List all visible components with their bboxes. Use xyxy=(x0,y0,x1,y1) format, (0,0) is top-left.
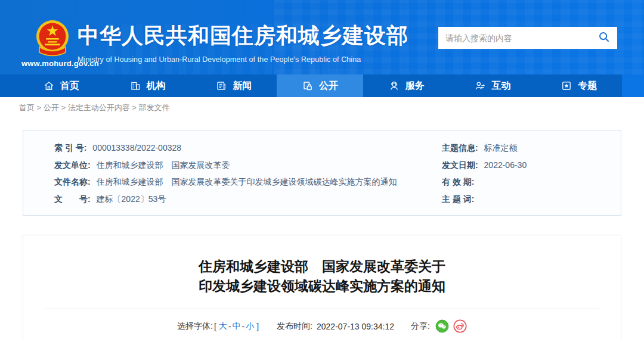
font-size-selector: 选择字体: [ 大 - 中 - 小 ] xyxy=(177,321,260,332)
nav-label: 专题 xyxy=(578,80,597,92)
weibo-share-icon[interactable] xyxy=(453,319,467,333)
meta-value: 标准定额 xyxy=(484,143,518,153)
font-size-medium-link[interactable]: 中 xyxy=(233,321,241,332)
meta-label: 有 效 期: xyxy=(442,177,474,186)
site-title-english: Ministry of Housing and Urban-Rural Deve… xyxy=(78,55,408,64)
publish-time-label: 发布时间: xyxy=(277,321,312,332)
meta-row-document-number: 文 号: 建标〔2022〕53号 xyxy=(54,194,418,212)
article-title-line1: 住房和城乡建设部 国家发展改革委关于 xyxy=(23,257,621,276)
title-divider xyxy=(45,309,599,309)
nav-item-news[interactable]: 新闻 xyxy=(190,74,277,97)
meta-label: 索 引 号: xyxy=(54,143,86,153)
article-title-line2: 印发城乡建设领域碳达峰实施方案的通知 xyxy=(23,276,621,296)
site-title-chinese: 中华人民共和国住房和城乡建设部 xyxy=(78,21,408,51)
share-group: 分享: xyxy=(411,319,467,333)
newspaper-icon xyxy=(215,80,227,92)
building-icon xyxy=(129,80,141,92)
meta-value: 住房和城乡建设部 国家发展改革委关于印发城乡建设领域碳达峰实施方案的通知 xyxy=(97,177,397,186)
meta-value: 2022-06-30 xyxy=(484,160,527,170)
search-box xyxy=(438,27,617,49)
article-meta-bar: 选择字体: [ 大 - 中 - 小 ] 发布时间: 2022-07-13 09:… xyxy=(23,319,621,333)
font-select-label: 选择字体: xyxy=(177,321,213,332)
meta-value: 000013338/2022-00328 xyxy=(92,143,181,153)
service-agent-icon xyxy=(388,80,400,92)
publish-time-value: 2022-07-13 09:34:12 xyxy=(317,322,394,331)
font-size-large-link[interactable]: 大 xyxy=(219,321,227,332)
search-button[interactable] xyxy=(598,31,610,45)
main-navigation: 首页 机构 新闻 xyxy=(0,74,622,97)
meta-label: 文 号: xyxy=(54,194,91,204)
meta-label: 主题信息: xyxy=(442,143,478,153)
meta-row-keywords: 主 题 词: xyxy=(442,194,621,212)
meta-label: 发文日期: xyxy=(442,160,478,170)
bracket: ] xyxy=(256,322,259,331)
nav-item-topics[interactable]: 专题 xyxy=(535,74,622,97)
search-icon xyxy=(598,31,610,45)
share-label: 分享: xyxy=(411,321,430,332)
home-icon xyxy=(43,80,55,92)
bracket: [ xyxy=(214,322,216,331)
meta-row-topic-info: 主题信息: 标准定额 xyxy=(442,143,621,160)
meta-row-document-name: 文件名称: 住房和城乡建设部 国家发展改革委关于印发城乡建设领域碳达峰实施方案的… xyxy=(54,177,418,194)
meta-value: 建标〔2022〕53号 xyxy=(97,194,166,204)
nav-label: 机构 xyxy=(147,80,166,92)
nav-label: 新闻 xyxy=(233,80,252,92)
search-input[interactable] xyxy=(445,33,598,43)
publish-time-group: 发布时间: 2022-07-13 09:34:12 xyxy=(277,321,394,332)
documents-lock-icon xyxy=(302,80,314,92)
font-size-small-link[interactable]: 小 xyxy=(246,321,254,332)
star-box-icon xyxy=(561,80,572,92)
meta-label: 文件名称: xyxy=(54,177,91,186)
meta-value: 住房和城乡建设部 国家发展改革委 xyxy=(97,160,230,170)
nav-label: 公开 xyxy=(319,80,338,92)
nav-item-interaction[interactable]: 互动 xyxy=(450,74,536,97)
national-emblem-logo xyxy=(34,18,71,61)
nav-label: 首页 xyxy=(60,80,79,92)
meta-row-issue-date: 发文日期: 2022-06-30 xyxy=(442,160,621,178)
site-banner: www.mohurd.gov.cn 中华人民共和国住房和城乡建设部 Minist… xyxy=(0,0,644,97)
meta-row-validity: 有 效 期: xyxy=(442,177,621,194)
document-metadata-box: 索 引 号: 000013338/2022-00328 发文单位: 住房和城乡建… xyxy=(23,130,621,216)
nav-label: 互动 xyxy=(491,80,510,92)
nav-label: 服务 xyxy=(405,80,425,92)
article-panel: 住房和城乡建设部 国家发展改革委关于 印发城乡建设领域碳达峰实施方案的通知 选择… xyxy=(23,235,621,339)
separator: - xyxy=(228,322,231,331)
breadcrumb[interactable]: 首页 > 公开 > 法定主动公开内容 > 部发文件 xyxy=(19,102,169,113)
separator: - xyxy=(242,322,245,331)
meta-row-issuing-unit: 发文单位: 住房和城乡建设部 国家发展改革委 xyxy=(54,160,418,178)
wechat-share-icon[interactable] xyxy=(435,319,449,333)
nav-item-home[interactable]: 首页 xyxy=(18,74,104,97)
nav-item-disclosure[interactable]: 公开 xyxy=(277,74,363,97)
meta-row-index-number: 索 引 号: 000013338/2022-00328 xyxy=(54,143,418,160)
article-title: 住房和城乡建设部 国家发展改革委关于 印发城乡建设领域碳达峰实施方案的通知 xyxy=(23,257,621,296)
nav-item-organization[interactable]: 机构 xyxy=(104,74,191,97)
meta-label: 主 题 词: xyxy=(442,194,474,204)
nav-item-services[interactable]: 服务 xyxy=(363,74,450,97)
meta-label: 发文单位: xyxy=(54,160,91,170)
person-arrows-icon xyxy=(474,80,486,92)
